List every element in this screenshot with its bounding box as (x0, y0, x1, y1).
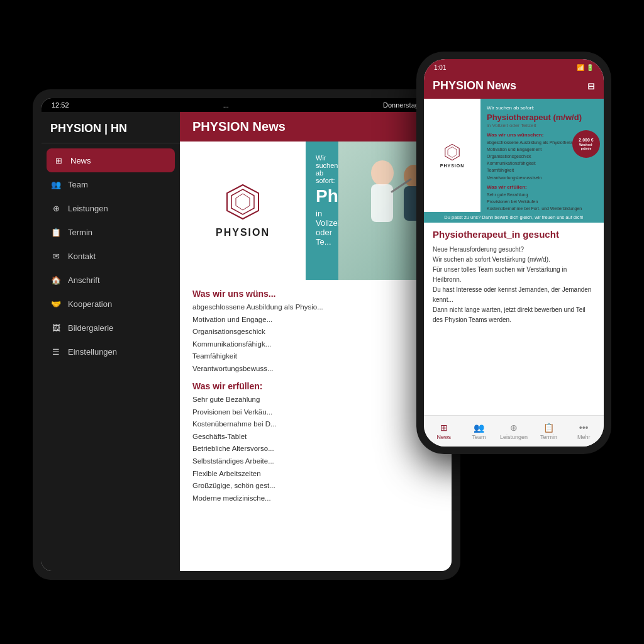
phone-app-title: PHYSION News (433, 79, 516, 92)
tablet-sidebar: PHYSION | HN ⊞ News 👥 Team ⊕ (42, 112, 180, 571)
bildergalerie-icon: 🖼 (50, 322, 62, 333)
nav-label-kooperation: Kooperation (68, 299, 112, 309)
kooperation-icon: 🤝 (50, 298, 62, 309)
prize-amount: 2.000 € (579, 138, 593, 143)
phone-article-body: Neue Herausforderung gesucht? Wir suchen… (433, 245, 595, 325)
phone-logo-text: PHYSION (440, 164, 465, 168)
einstellungen-icon: ☰ (50, 346, 62, 357)
nav-label-kontakt: Kontakt (68, 252, 96, 261)
tab-news-icon: ⊞ (440, 423, 448, 433)
physion-logo-area: PHYSION (180, 142, 306, 280)
physion-hexagon-icon (224, 183, 262, 221)
phone-content: PHYSION Wir suchen ab sofort: Physiother… (424, 99, 604, 415)
tab-termin-label: Termin (540, 434, 557, 440)
news-small-line: Wir suchen ab sofort: (316, 154, 328, 184)
phone-news-text: Wir suchen ab sofort: Physiotherapeut (m… (480, 99, 604, 212)
phone-article: Physiotherapeut_in gesucht Neue Herausfo… (424, 223, 604, 331)
svg-rect-4 (371, 184, 393, 222)
tablet-dots: ... (223, 101, 229, 109)
sidebar-item-kooperation[interactable]: 🤝 Kooperation (42, 292, 180, 316)
tablet-time: 12:52 (52, 101, 69, 109)
tab-news-label: News (437, 434, 452, 440)
sidebar-item-einstellungen[interactable]: ☰ Einstellungen (42, 340, 180, 364)
phone-news-small: Wir suchen ab sofort: (487, 105, 597, 111)
phone-section2-list: Sehr gute Bezahlung Provisionen bei Verk… (487, 191, 597, 212)
phone-time: 1:01 (434, 64, 446, 71)
prize-badge: 2.000 € Wechsel-prämie (572, 130, 600, 158)
phone-news-flyer: PHYSION Wir suchen ab sofort: Physiother… (424, 99, 604, 212)
section1-title: Was wir uns wüns... (192, 289, 439, 299)
news-subtitle: in Vollzeit oder Te... (316, 209, 328, 247)
news-icon: ⊞ (53, 155, 64, 166)
sidebar-item-termin[interactable]: 📋 Termin (42, 220, 180, 244)
tablet-main-content: PHYSION News PHYSION (180, 112, 452, 571)
anschrift-icon: 🏠 (50, 274, 62, 286)
phone-news-title: Physiotherapeut (m/w/d) (487, 113, 597, 123)
news-teal-text-area: Wir suchen ab sofort: Physiother... in V… (306, 142, 338, 280)
phone-status-bar: 1:01 📶 🔋 (424, 59, 604, 74)
nav-label-termin: Termin (68, 228, 92, 237)
tab-mehr-label: Mehr (577, 434, 591, 440)
section2-list: Sehr gute Bezahlung Provisionen bei Verk… (192, 394, 439, 504)
nav-label-anschrift: Anschrift (68, 275, 100, 285)
sidebar-nav: ⊞ News 👥 Team ⊕ Leistungen 📋 (42, 143, 180, 571)
tab-team-icon: 👥 (474, 423, 484, 433)
phone-banner: Du passt zu uns? Dann bewirb dich gleich… (424, 212, 604, 223)
leistungen-icon: ⊕ (50, 203, 62, 214)
section2-title: Was wir erfüllen: (192, 381, 439, 391)
phone-article-title: Physiotherapeut_in gesucht (433, 229, 595, 240)
phone-tab-mehr[interactable]: ••• Mehr (566, 423, 601, 440)
section1-list: abgeschlossene Ausbildung als Physio... … (192, 301, 439, 375)
filter-icon[interactable]: ⊟ (587, 81, 595, 91)
phone-tab-team[interactable]: 👥 Team (462, 423, 497, 440)
phone-hexagon-icon (443, 143, 461, 161)
nav-label-leistungen: Leistungen (68, 204, 108, 213)
scene: 12:52 ... Donnerstag 6. Jan. PHYSION | H… (33, 52, 611, 592)
sidebar-item-team[interactable]: 👥 Team (42, 172, 180, 196)
news-big-title: Physiother... (316, 187, 328, 206)
phone-tab-bar: ⊞ News 👥 Team ⊕ Leistungen 📋 Termin ••• (424, 415, 604, 447)
team-icon: 👥 (50, 179, 62, 190)
nav-label-einstellungen: Einstellungen (68, 347, 117, 357)
tab-termin-icon: 📋 (543, 423, 554, 433)
news-card-top: PHYSION Wir suchen ab sofort: Physiother… (180, 142, 452, 280)
sidebar-item-anschrift[interactable]: 🏠 Anschrift (42, 268, 180, 292)
sidebar-logo: PHYSION | HN (42, 112, 180, 143)
sidebar-item-bildergalerie[interactable]: 🖼 Bildergalerie (42, 316, 180, 340)
tab-mehr-icon: ••• (579, 423, 589, 433)
tablet-status-bar: 12:52 ... Donnerstag 6. Jan. (42, 98, 452, 112)
tablet-content-header: PHYSION News (180, 112, 452, 142)
phone-tab-termin[interactable]: 📋 Termin (531, 423, 567, 440)
tablet-news-card: PHYSION Wir suchen ab sofort: Physiother… (180, 142, 452, 571)
svg-marker-8 (445, 144, 459, 160)
svg-marker-1 (231, 189, 254, 214)
tab-team-label: Team (472, 434, 486, 440)
nav-label-bildergalerie: Bildergalerie (68, 323, 113, 333)
tablet-device: 12:52 ... Donnerstag 6. Jan. PHYSION | H… (33, 89, 460, 580)
phone-header: PHYSION News ⊟ (424, 74, 604, 99)
sidebar-item-news[interactable]: ⊞ News (47, 148, 175, 172)
kontakt-icon: ✉ (50, 250, 62, 262)
nav-label-team: Team (68, 180, 88, 189)
phone-status-icons: 📶 🔋 (577, 64, 594, 71)
sidebar-item-kontakt[interactable]: ✉ Kontakt (42, 244, 180, 268)
phone-news-subtitle: in Vollzeit oder Teilzeit (487, 123, 597, 128)
physion-logo-text: PHYSION (216, 227, 270, 238)
svg-point-3 (371, 160, 394, 186)
phone-device: 1:01 📶 🔋 PHYSION News ⊟ PHYSION (416, 52, 611, 454)
svg-marker-9 (448, 147, 457, 157)
tab-leistungen-icon: ⊕ (510, 423, 518, 433)
news-card-body: Was wir uns wüns... abgeschlossene Ausbi… (180, 280, 452, 513)
sidebar-item-leistungen[interactable]: ⊕ Leistungen (42, 196, 180, 220)
phone-section2-header: Was wir erfüllen: (487, 184, 597, 190)
prize-label: Wechsel-prämie (579, 143, 593, 150)
phone-tab-leistungen[interactable]: ⊕ Leistungen (496, 423, 531, 440)
svg-marker-2 (236, 194, 250, 210)
tab-leistungen-label: Leistungen (500, 434, 528, 440)
phone-physion-logo-area: PHYSION (424, 99, 480, 212)
phone-tab-news[interactable]: ⊞ News (426, 423, 462, 440)
termin-icon: 📋 (50, 226, 62, 238)
nav-label-news: News (70, 156, 91, 165)
